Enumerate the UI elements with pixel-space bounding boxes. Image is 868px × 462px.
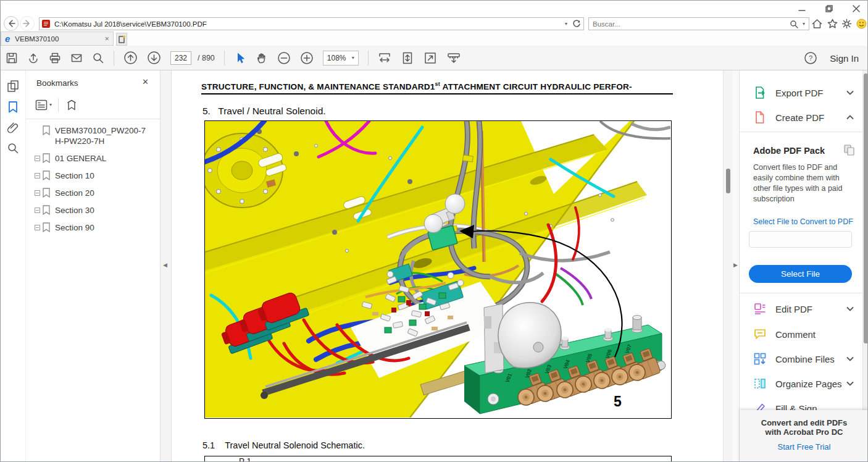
tool-label[interactable]: Edit PDF [775, 304, 846, 314]
email-icon[interactable] [70, 52, 83, 64]
comment-icon [753, 327, 767, 341]
figure-illustration: V01 V02 V03 V04 V05 V06 V07 5 [205, 121, 670, 418]
tab-close-icon[interactable]: ✕ [104, 36, 109, 42]
upload-cloud-icon[interactable] [27, 52, 40, 64]
bookmark-item[interactable]: Section 90 [35, 222, 151, 233]
tool-label[interactable]: Comment [775, 329, 865, 340]
address-dropdown-caret[interactable]: ▾ [565, 22, 567, 27]
bookmark-item[interactable]: Section 10 [35, 170, 151, 181]
search-panel-icon[interactable] [7, 142, 19, 154]
previous-page-icon[interactable] [123, 51, 138, 65]
start-free-trial-link[interactable]: Start Free Trial [740, 442, 868, 452]
next-page-icon[interactable] [147, 51, 161, 65]
attachments-icon[interactable] [7, 122, 19, 134]
select-file-button[interactable]: Select File [749, 265, 852, 283]
tool-comment[interactable]: Comment [753, 326, 865, 342]
tool-label[interactable]: Combine Files [775, 354, 846, 364]
expand-box-icon[interactable] [35, 190, 40, 196]
search-box[interactable]: Buscar... ▾ [588, 17, 809, 30]
restore-button[interactable] [820, 3, 838, 14]
expand-box-icon[interactable] [35, 156, 40, 161]
favorites-star-icon[interactable] [827, 19, 838, 29]
new-tab-button[interactable] [116, 33, 127, 46]
svg-text:?: ? [809, 54, 812, 62]
collapse-panel-icon[interactable]: ◀ [163, 262, 167, 268]
expand-box-icon[interactable] [35, 208, 40, 213]
chevron-down-icon[interactable] [846, 356, 854, 361]
settings-gear-icon[interactable] [841, 19, 852, 29]
refresh-icon[interactable] [572, 20, 581, 28]
search-icon[interactable] [790, 20, 798, 28]
bookmark-ribbon-icon [42, 170, 51, 180]
chevron-down-icon[interactable] [846, 381, 854, 386]
acrobat-promo-panel: Convert and edit PDFs with Acrobat Pro D… [740, 410, 868, 462]
document-scrollbar-thumb[interactable] [726, 169, 730, 193]
bookmark-item[interactable]: Section 30 [35, 205, 151, 216]
tools-divider [740, 293, 868, 293]
tab-vebm370100[interactable]: e VEBM370100 ✕ [1, 32, 114, 46]
bookmarks-options-icon [35, 99, 48, 111]
tools-expand-strip[interactable]: ▶ [733, 70, 740, 462]
pdf-pack-title: Adobe PDF Pack [753, 146, 825, 156]
bookmarks-options-button[interactable]: ▾ [35, 99, 52, 111]
minimize-button[interactable] [793, 3, 811, 14]
print-icon[interactable] [49, 52, 61, 64]
panel-collapse-strip[interactable]: ◀ [160, 70, 172, 462]
tool-export-pdf[interactable]: Export PDF [753, 85, 865, 101]
tool-combine-files[interactable]: Combine Files [753, 351, 865, 367]
bookmarks-close-icon[interactable]: ✕ [142, 77, 149, 86]
tool-organize-pages[interactable]: Organize Pages [753, 376, 865, 392]
bookmark-item[interactable]: 01 GENERAL [35, 153, 151, 164]
close-icon [853, 5, 860, 12]
page-number-input[interactable] [170, 51, 191, 65]
expand-panel-icon[interactable]: ▶ [733, 262, 738, 268]
forward-button[interactable] [20, 16, 35, 31]
ie-logo-icon: e [5, 33, 10, 44]
chevron-down-icon[interactable] [846, 306, 854, 311]
chevron-up-icon[interactable] [846, 115, 854, 120]
save-icon[interactable] [6, 52, 18, 64]
fit-width-icon[interactable] [378, 51, 391, 65]
scrolling-mode-icon[interactable] [446, 51, 461, 65]
fit-page-icon[interactable] [401, 51, 414, 65]
document-page: STRUCTURE, FUNCTION, & MAINTENANCE STAND… [172, 70, 723, 462]
tool-label[interactable]: Organize Pages [775, 379, 846, 389]
select-cursor-icon[interactable] [234, 52, 246, 64]
toolbar-divider [368, 51, 369, 65]
tools-scrollbar-thumb[interactable] [864, 74, 868, 343]
back-button[interactable] [4, 16, 19, 31]
address-url[interactable]: C:\Komatsu Jul 2018\service\VEBM370100.P… [54, 20, 565, 28]
convert-file-link[interactable]: Select File to Convert to PDF [753, 217, 853, 226]
bookmark-item[interactable]: VEBM370100_PW200-7H-PW220-7H [35, 125, 151, 146]
page-thumbnails-icon[interactable] [7, 80, 19, 92]
tool-label[interactable]: Export PDF [775, 88, 846, 98]
zoom-level-select[interactable]: 108% ▾ [323, 51, 359, 65]
bookmark-ribbon-icon [42, 188, 51, 198]
find-icon[interactable] [92, 52, 104, 64]
help-icon[interactable]: ? [804, 51, 817, 65]
new-bookmark-icon[interactable] [65, 99, 78, 111]
search-dropdown-caret[interactable]: ▾ [803, 22, 805, 27]
document-scrollbar[interactable] [723, 70, 733, 462]
close-button[interactable] [848, 3, 865, 14]
tool-label[interactable]: Create PDF [775, 112, 846, 123]
sign-in-button[interactable]: Sign In [830, 53, 859, 64]
zoom-in-icon[interactable] [300, 51, 314, 65]
feedback-smiley-icon[interactable] [856, 19, 867, 29]
chevron-down-icon[interactable] [846, 90, 854, 95]
zoom-out-icon[interactable] [277, 51, 291, 65]
fullscreen-icon[interactable] [424, 51, 437, 65]
hand-tool-icon[interactable] [256, 52, 268, 64]
home-icon[interactable] [812, 19, 822, 29]
bookmarks-panel-icon[interactable] [7, 101, 19, 113]
tools-scrollbar[interactable] [862, 70, 868, 410]
file-select-input[interactable] [749, 231, 852, 248]
address-bar[interactable]: C:\Komatsu Jul 2018\service\VEBM370100.P… [39, 17, 584, 30]
zoom-caret-icon: ▾ [352, 56, 354, 61]
expand-box-icon[interactable] [35, 173, 40, 178]
tool-create-pdf[interactable]: Create PDF [753, 109, 865, 125]
tab-title[interactable]: VEBM370100 [15, 35, 104, 43]
expand-box-icon[interactable] [35, 225, 40, 230]
tool-edit-pdf[interactable]: Edit PDF [753, 301, 865, 317]
bookmark-item[interactable]: Section 20 [35, 188, 151, 198]
